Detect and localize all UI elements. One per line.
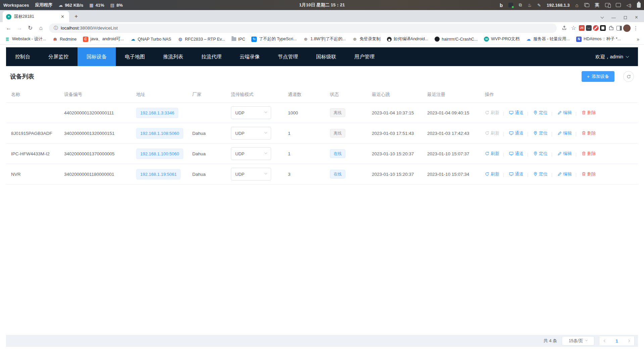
memory-usage-indicator[interactable]: ▤ 8% xyxy=(110,3,123,8)
extensions-puzzle-icon[interactable] xyxy=(607,24,615,32)
volume-indicator[interactable]: ◁) xyxy=(627,3,631,8)
window-minimize-button[interactable]: — xyxy=(611,15,616,20)
bookmarks-overflow-icon[interactable]: » xyxy=(637,37,639,42)
bookmark-item[interactable]: 如何编译Android... xyxy=(387,36,429,42)
screenshot-tray-icon[interactable] xyxy=(508,3,513,7)
stream-mode-select[interactable]: UDP xyxy=(231,106,271,119)
nav-item-gb-device[interactable]: 国标设备 xyxy=(78,47,116,66)
applications-button[interactable]: 应用程序 xyxy=(35,2,52,8)
bookmark-item[interactable]: Redmine xyxy=(52,37,77,42)
site-info-icon[interactable]: ⓘ xyxy=(54,25,58,31)
nav-item-console[interactable]: 控制台 xyxy=(6,47,39,66)
bing-tray-icon[interactable]: b xyxy=(500,2,503,8)
profile-avatar[interactable] xyxy=(623,24,631,32)
bookmark-item[interactable]: 1.8W字|了不起的... xyxy=(303,36,346,42)
battery-indicator[interactable] xyxy=(637,3,641,8)
edit-button[interactable]: 编辑 xyxy=(557,130,572,136)
forward-button[interactable]: → xyxy=(15,23,24,33)
side-panel-icon[interactable] xyxy=(616,26,622,31)
channel-button[interactable]: 通道 xyxy=(509,110,524,116)
bookmark-item[interactable]: QNAP Turbo NAS xyxy=(130,37,171,42)
address-pill[interactable]: 192.168.1.100:5060 xyxy=(136,149,183,159)
bookmark-item[interactable]: RFC2833 – RTP Ev... xyxy=(178,37,225,42)
bookmark-item[interactable]: 免登录复制 xyxy=(352,36,381,42)
locate-button[interactable]: 定位 xyxy=(533,171,548,177)
tab-search-icon[interactable] xyxy=(600,15,604,19)
nav-item-e-map[interactable]: 电子地图 xyxy=(116,47,154,66)
nav-item-split-screen[interactable]: 分屏监控 xyxy=(39,47,78,66)
refresh-list-button[interactable] xyxy=(623,71,634,82)
current-page[interactable]: 1 xyxy=(615,339,618,344)
blocker-extension-icon[interactable] xyxy=(593,25,599,31)
delete-button[interactable]: 删除 xyxy=(582,151,596,157)
workspaces-button[interactable]: Workspaces xyxy=(3,3,29,8)
channel-button[interactable]: 通道 xyxy=(509,130,524,136)
bookmark-star-icon[interactable]: ☆ xyxy=(569,24,578,32)
back-button[interactable]: ← xyxy=(4,23,13,33)
refresh-device-button[interactable]: 刷新 xyxy=(485,171,499,177)
share-icon[interactable] xyxy=(560,24,568,32)
page-size-select[interactable]: 15条/页 xyxy=(562,336,594,346)
edit-button[interactable]: 编辑 xyxy=(557,151,572,157)
prev-page-button[interactable] xyxy=(604,340,606,342)
ip-address-indicator[interactable]: 192.168.1.3 xyxy=(547,3,570,8)
nav-item-pull-proxy[interactable]: 拉流代理 xyxy=(192,47,231,66)
nav-item-user-manage[interactable]: 用户管理 xyxy=(345,47,384,66)
channel-button[interactable]: 通道 xyxy=(509,151,524,157)
bookmark-item[interactable]: java、android可... xyxy=(83,36,124,42)
refresh-device-button[interactable]: 刷新 xyxy=(485,110,499,116)
locate-button[interactable]: 定位 xyxy=(533,151,548,157)
window-close-button[interactable]: × xyxy=(635,15,638,20)
bookmark-item[interactable]: 服务器 - 轻量应用... xyxy=(526,36,570,42)
address-pill[interactable]: 192.168.1.19:5061 xyxy=(136,169,181,179)
browser-menu-icon[interactable]: ⋮ xyxy=(632,25,640,31)
window-restore-button[interactable] xyxy=(624,16,627,19)
display-settings-icon[interactable] xyxy=(616,3,621,7)
nav-item-cloud-record[interactable]: 云端录像 xyxy=(231,47,269,66)
delete-button[interactable]: 删除 xyxy=(582,171,596,177)
refresh-device-button[interactable]: 刷新 xyxy=(485,130,499,136)
clock[interactable]: 1月10日 星期二 15：21 xyxy=(299,2,345,7)
network-speed-indicator[interactable]: ☁ 962 KB/s xyxy=(58,3,83,8)
browser-tab[interactable]: ✦ 国标28181 ✕ xyxy=(3,11,69,22)
home-tray-icon[interactable]: ⌂ xyxy=(576,2,579,8)
tab-close-icon[interactable]: ✕ xyxy=(59,13,66,20)
add-device-button[interactable]: + 添加设备 xyxy=(582,71,614,82)
edit-button[interactable]: 编辑 xyxy=(557,171,572,177)
locate-button[interactable]: 定位 xyxy=(533,110,548,116)
reader-extension-icon[interactable]: ◡ xyxy=(586,25,592,31)
color-picker-tray-icon[interactable]: ✎ xyxy=(537,3,541,8)
bookmark-item[interactable]: HDAtmos :: 种子 *... xyxy=(576,36,621,42)
screenshot-extension-icon[interactable] xyxy=(600,25,606,31)
channel-button[interactable]: 通道 xyxy=(509,171,524,177)
input-method-indicator[interactable]: 英 xyxy=(595,2,599,8)
stream-mode-select[interactable]: UDP xyxy=(231,147,271,160)
js-extension-icon[interactable]: JS xyxy=(579,25,585,31)
bookmark-item[interactable]: Webstack - 设计... xyxy=(5,36,46,42)
delete-button[interactable]: 删除 xyxy=(582,130,596,136)
address-pill[interactable]: 192.168.1.108:5060 xyxy=(136,128,183,139)
reload-button[interactable]: ↻ xyxy=(26,23,35,33)
nav-item-node-manage[interactable]: 节点管理 xyxy=(269,47,307,66)
cpu-usage-indicator[interactable]: ▦ 41% xyxy=(89,3,104,8)
clipboard-tray-icon[interactable]: ⧉ xyxy=(519,2,522,8)
nav-item-gb-cascade[interactable]: 国标级联 xyxy=(307,47,345,66)
bookmark-item[interactable]: 了不起的 TypeScri... xyxy=(251,36,297,42)
refresh-device-button[interactable]: 刷新 xyxy=(485,151,499,157)
bookmark-item[interactable]: IPC xyxy=(232,37,245,42)
address-bar[interactable]: ⓘ localhost:38080/#/deviceList xyxy=(49,23,557,33)
workspace-switcher-icon[interactable] xyxy=(584,3,589,7)
user-menu[interactable]: 欢迎，admin xyxy=(595,54,638,60)
next-page-button[interactable] xyxy=(627,340,630,342)
locate-button[interactable]: 定位 xyxy=(533,130,548,136)
address-pill[interactable]: 192.168.1.3:3346 xyxy=(136,108,178,118)
bookmark-item[interactable]: WVP-PRO文档 xyxy=(484,36,519,42)
phone-link-icon[interactable] xyxy=(605,3,610,7)
nav-item-push-list[interactable]: 推流列表 xyxy=(154,47,192,66)
browser-home-button[interactable]: ⌂ xyxy=(36,23,46,33)
delete-button[interactable]: 删除 xyxy=(582,110,596,116)
caffeine-tray-icon[interactable]: ♨ xyxy=(528,3,532,8)
stream-mode-select[interactable]: UDP xyxy=(231,168,271,180)
edit-button[interactable]: 编辑 xyxy=(557,110,572,116)
stream-mode-select[interactable]: UDP xyxy=(231,127,271,140)
